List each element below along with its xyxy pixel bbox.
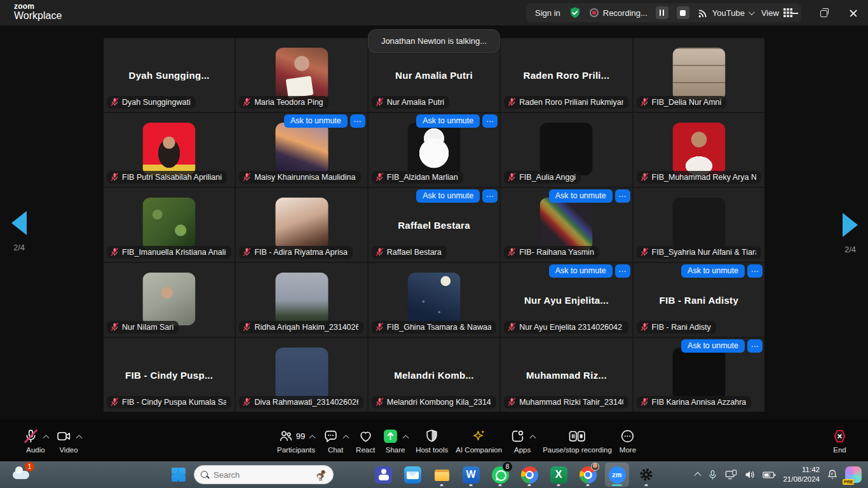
participant-tile-20[interactable]: Ask to unmute ⋯ FIB - Rani Adisty FIB - …	[634, 263, 764, 337]
muted-mic-icon	[640, 397, 649, 407]
participant-tile-18[interactable]: FIB_Ghina Tsamara & Nawaal ...	[369, 263, 499, 337]
participant-tile-6[interactable]: FIB Putri Salsabilah Apriliani	[104, 113, 234, 187]
participant-tile-4[interactable]: Raden Roro Prili... Raden Roro Priliani …	[501, 38, 632, 112]
ask-to-unmute-button[interactable]: Ask to unmute	[284, 114, 348, 128]
chevron-up-icon[interactable]	[343, 435, 349, 441]
taskbar-app-task-view[interactable]	[342, 463, 366, 487]
toolbar-more-button[interactable]: More	[616, 424, 640, 456]
tray-overflow-button[interactable]	[695, 472, 700, 477]
taskbar-app-settings[interactable]	[634, 463, 658, 487]
tile-more-button[interactable]: ⋯	[615, 189, 630, 203]
chevron-up-icon[interactable]	[43, 435, 50, 441]
participant-tile-2[interactable]: Maria Teodora Ping	[236, 38, 367, 112]
chevron-up-icon[interactable]	[309, 435, 316, 441]
chevron-up-icon[interactable]	[403, 435, 409, 441]
search-input[interactable]	[214, 470, 296, 480]
notifications-button[interactable]: z	[827, 469, 838, 480]
copilot-icon: PRE	[845, 466, 862, 483]
taskbar-app-whatsapp[interactable]: 8	[488, 463, 512, 487]
participant-tile-25[interactable]: Ask to unmute ⋯ FIB Karina Annisa Azzahr…	[634, 338, 764, 412]
toolbar-participants-button[interactable]: 99 Participants	[273, 424, 319, 456]
participant-tile-24[interactable]: Muhammad Riz... Muhammad Rizki Tahir_231…	[501, 338, 632, 412]
toolbar-react-button[interactable]: React	[352, 424, 379, 456]
ask-to-unmute-button[interactable]: Ask to unmute	[681, 264, 745, 278]
participant-tile-7[interactable]: Ask to unmute ⋯ Maisy Khairunnisa Maulid…	[236, 113, 367, 187]
meeting-stage: Jonathan Newton is talking... Dyah Sungg…	[0, 25, 868, 419]
participant-tile-5[interactable]: FIB_Delia Nur Amni	[634, 38, 764, 112]
participant-name-pill: Melandri Kombong Kila_2314...	[372, 396, 496, 409]
sign-in-button[interactable]: Sign in	[535, 8, 560, 18]
taskbar-app-mail[interactable]	[400, 463, 424, 487]
tile-more-button[interactable]: ⋯	[482, 189, 498, 203]
participant-tile-9[interactable]: FIB_Aulia Anggi	[501, 113, 632, 187]
tile-more-button[interactable]: ⋯	[482, 114, 498, 128]
toolbar-host-tools-button[interactable]: Host tools	[412, 424, 452, 456]
ask-to-unmute-button[interactable]: Ask to unmute	[416, 189, 480, 203]
start-button[interactable]	[168, 464, 189, 485]
muted-mic-icon	[242, 397, 252, 407]
tile-more-button[interactable]: ⋯	[747, 264, 763, 278]
participant-tile-12[interactable]: FIB - Adira Riyatma Aprisa	[236, 188, 367, 262]
ask-to-unmute-button[interactable]: Ask to unmute	[549, 189, 613, 203]
toolbar-chat-button[interactable]: Chat	[319, 424, 352, 456]
ask-to-unmute-button[interactable]: Ask to unmute	[416, 114, 480, 128]
participant-tile-8[interactable]: Ask to unmute ⋯ FIB_Alzidan Marlian	[369, 113, 499, 187]
participant-tile-15[interactable]: FIB_Syahria Nur Alfani & Tiara...	[634, 188, 764, 262]
system-tray: 11:42 21/08/2024 z PRE	[695, 461, 862, 488]
participant-tile-16[interactable]: Nur Nilam Sari	[104, 263, 234, 337]
participant-tile-14[interactable]: Ask to unmute ⋯ FIB- Raihana Yasmin	[501, 188, 632, 262]
microphone-icon	[707, 470, 718, 480]
toolbar-share-button[interactable]: Share	[379, 424, 412, 456]
participant-tile-19[interactable]: Ask to unmute ⋯ Nur Ayu Enjelita... Nur …	[501, 263, 632, 337]
taskbar-app-word[interactable]: W	[459, 463, 483, 487]
taskbar-app-zoom[interactable]: zm	[605, 463, 629, 487]
weather-widget-button[interactable]: 1	[10, 464, 33, 485]
close-button[interactable]	[839, 0, 868, 25]
toolbar-video-button[interactable]: Video	[52, 424, 85, 456]
toolbar-audio-button[interactable]: Audio	[19, 424, 52, 456]
stop-recording-button[interactable]	[677, 6, 689, 19]
toolbar-record-button[interactable]: Pause/stop recording	[539, 424, 616, 456]
chevron-up-icon[interactable]	[530, 435, 536, 441]
taskbar-app-teams[interactable]	[371, 463, 395, 487]
taskbar-app-excel[interactable]: X	[546, 463, 571, 487]
ask-to-unmute-button[interactable]: Ask to unmute	[681, 339, 745, 353]
livestream-youtube-dropdown[interactable]: YouTube	[698, 8, 753, 18]
participant-tile-22[interactable]: Diva Rahmawati_2314026026	[236, 338, 367, 412]
microphone-tray-button[interactable]	[707, 470, 718, 480]
next-page-button[interactable]: 2/4	[836, 213, 864, 254]
volume-tray-button[interactable]	[744, 469, 756, 480]
battery-tray-button[interactable]	[763, 471, 776, 479]
restore-button[interactable]	[810, 0, 839, 25]
minimize-button[interactable]	[780, 0, 810, 25]
toolbar-ai-companion-button[interactable]: AI Companion	[452, 424, 506, 456]
taskbar-app-chrome-profile[interactable]	[576, 463, 600, 487]
search-icon	[201, 471, 209, 479]
taskbar-app-chrome[interactable]	[517, 463, 541, 487]
participant-tile-13[interactable]: Ask to unmute ⋯ Raffael Bestara Raffael …	[369, 188, 499, 262]
toolbar-end-button[interactable]: End	[828, 424, 851, 456]
participant-tile-21[interactable]: FIB - Cindy Pusp... FIB - Cindy Puspa Ku…	[104, 338, 234, 412]
participant-avatar-diva	[275, 348, 328, 400]
pause-recording-button[interactable]	[656, 6, 668, 19]
participant-tile-10[interactable]: FIB_Muhammad Reky Arya Nu...	[634, 113, 764, 187]
clock-date[interactable]: 11:42 21/08/2024	[783, 465, 820, 484]
previous-page-button[interactable]: 2/4	[5, 211, 33, 252]
participant-tile-1[interactable]: Dyah Sungging... Dyah Sunggingwati	[104, 38, 234, 112]
copilot-button[interactable]: PRE	[845, 466, 862, 483]
participants-count: 99	[296, 431, 305, 441]
taskbar-search[interactable]	[194, 465, 334, 484]
tile-more-button[interactable]: ⋯	[747, 339, 763, 353]
participant-tile-11[interactable]: FIB_Imanuella Kristiana Analis	[104, 188, 234, 262]
toolbar-apps-button[interactable]: Apps	[506, 424, 539, 456]
chevron-up-icon[interactable]	[76, 435, 83, 441]
ask-to-unmute-button[interactable]: Ask to unmute	[549, 264, 613, 278]
cast-display-tray-button[interactable]	[725, 470, 737, 480]
participant-tile-17[interactable]: Ridha Ariqah Hakim_2314026...	[236, 263, 367, 337]
tile-more-button[interactable]: ⋯	[615, 264, 630, 278]
taskbar-app-explorer[interactable]	[430, 463, 454, 487]
participant-name-pill: Nur Ayu Enjelita 2314026042 ...	[504, 321, 628, 334]
participant-avatar-syahria	[672, 198, 725, 250]
tile-more-button[interactable]: ⋯	[350, 114, 365, 128]
participant-tile-23[interactable]: Melandri Komb... Melandri Kombong Kila_2…	[369, 338, 499, 412]
